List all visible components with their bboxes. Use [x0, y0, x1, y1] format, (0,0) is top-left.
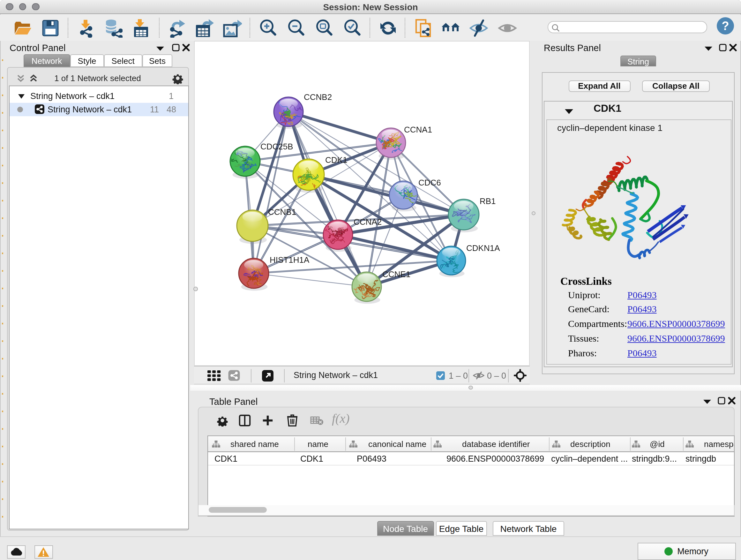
svg-text:CCNE1: CCNE1 — [382, 269, 410, 279]
svg-text:CDC6: CDC6 — [418, 178, 441, 187]
svg-text:HIST1H1A: HIST1H1A — [270, 255, 310, 264]
svg-text:CCNA2: CCNA2 — [354, 217, 382, 226]
svg-text:CCNB1: CCNB1 — [268, 207, 296, 216]
svg-text:CDKN1A: CDKN1A — [466, 243, 500, 253]
svg-text:RB1: RB1 — [480, 196, 496, 206]
svg-text:CDK1: CDK1 — [325, 155, 347, 165]
svg-text:CCNA1: CCNA1 — [404, 125, 432, 134]
svg-text:CDC25B: CDC25B — [260, 141, 293, 151]
svg-text:CCNB2: CCNB2 — [304, 92, 332, 102]
